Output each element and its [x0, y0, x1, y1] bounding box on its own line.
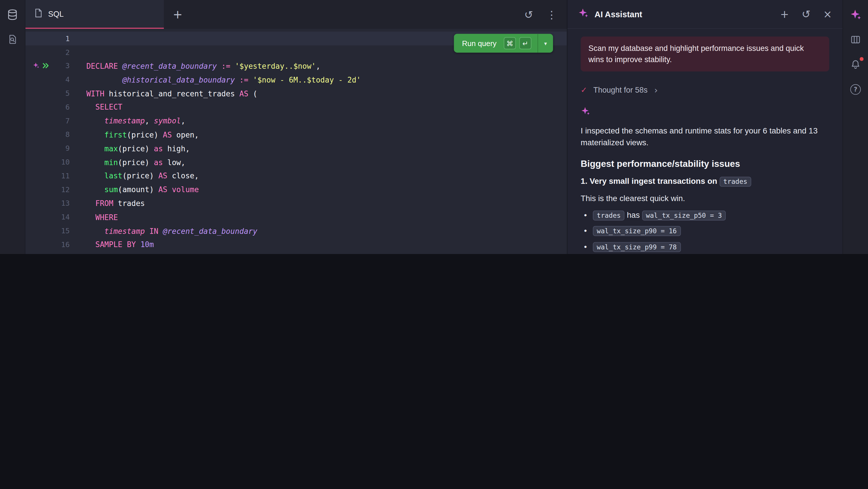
- line-number: 9: [51, 144, 69, 152]
- code-chip: wal_tx_size_p50 = 3: [642, 210, 726, 220]
- ai-assistant-panel: AI Assistant + ↺ × Scan my database and …: [567, 0, 842, 254]
- run-query-button[interactable]: Run query ⌘ ↵ ▾: [454, 34, 553, 52]
- editor-line[interactable]: 4 @historical_data_boundary := '$now - 6…: [26, 73, 567, 87]
- ai-sparkle-icon: [578, 8, 589, 21]
- close-panel-icon[interactable]: ×: [823, 9, 832, 20]
- editor-line[interactable]: 17 UNION ALL: [26, 251, 567, 254]
- main-area: SQL + ↺ ⋮ 123DECLARE @recent_data_bounda…: [26, 0, 567, 254]
- editor-gutter: [26, 62, 51, 70]
- run-query-label: Run query: [454, 39, 504, 48]
- line-number: 15: [51, 227, 69, 235]
- code-line: WITH historical_and_recent_trades AS (: [70, 89, 257, 98]
- line-number: 11: [51, 172, 69, 180]
- editor-line[interactable]: 14 WHERE: [26, 210, 567, 224]
- line-number: 12: [51, 185, 69, 194]
- run-line-icon[interactable]: [42, 62, 49, 69]
- sql-editor[interactable]: 123DECLARE @recent_data_boundary := '$ye…: [26, 29, 567, 254]
- editor-line[interactable]: 15 timestamp IN @recent_data_boundary: [26, 224, 567, 238]
- chevron-right-icon: ›: [654, 85, 658, 95]
- editor-line[interactable]: 5WITH historical_and_recent_trades AS (: [26, 87, 567, 100]
- code-line: DECLARE @recent_data_boundary := '$yeste…: [70, 62, 320, 70]
- chat-history-icon[interactable]: ↺: [802, 9, 810, 20]
- issue-heading: 1. Very small ingest transactions on tra…: [581, 177, 829, 185]
- notifications-bell-icon[interactable]: [848, 57, 863, 71]
- line-number: 4: [51, 75, 69, 84]
- ai-panel-title: AI Assistant: [595, 9, 642, 19]
- database-icon[interactable]: [5, 7, 20, 22]
- run-options-caret-icon[interactable]: ▾: [538, 40, 553, 46]
- section-heading: Biggest performance/stability issues: [581, 158, 829, 169]
- file-icon: [34, 8, 42, 20]
- tab-bar: SQL + ↺ ⋮: [26, 0, 567, 29]
- assistant-list: trades has wal_tx_size_p50 = 3wal_tx_siz…: [581, 209, 829, 253]
- code-line: FROM trades: [70, 199, 145, 208]
- code-line: sum(amount) AS volume: [70, 185, 199, 194]
- code-line: SAMPLE BY 10m: [70, 240, 154, 249]
- check-icon: ✓: [581, 85, 587, 94]
- editor-line[interactable]: 16 SAMPLE BY 10m: [26, 238, 567, 251]
- enter-key-icon: ↵: [519, 37, 531, 49]
- notification-badge: [858, 56, 864, 62]
- code-line: timestamp IN @recent_data_boundary: [70, 226, 257, 235]
- ai-response-sparkle-icon: [581, 106, 829, 118]
- line-number: 16: [51, 240, 69, 249]
- code-chip: trades: [719, 177, 751, 187]
- editor-line[interactable]: 7 timestamp, symbol,: [26, 114, 567, 128]
- kebab-menu-icon[interactable]: ⋮: [547, 9, 557, 20]
- editor-line[interactable]: 8 first(price) AS open,: [26, 128, 567, 142]
- editor-line[interactable]: 10 min(price) as low,: [26, 155, 567, 169]
- line-number: 14: [51, 213, 69, 221]
- list-item: wal_tx_size_p90 = 16: [581, 225, 829, 237]
- line-number: 3: [51, 62, 69, 70]
- line-number: 5: [51, 89, 69, 97]
- ai-assistant-rail-icon[interactable]: [848, 7, 863, 22]
- new-chat-icon[interactable]: +: [780, 9, 789, 20]
- help-icon[interactable]: ?: [848, 82, 863, 96]
- editor-line[interactable]: 6 SELECT: [26, 100, 567, 114]
- editor-line[interactable]: 13 FROM trades: [26, 197, 567, 210]
- code-line: @historical_data_boundary := '$now - 6M.…: [70, 75, 361, 84]
- editor-line[interactable]: 12 sum(amount) AS volume: [26, 183, 567, 197]
- query-search-icon[interactable]: [5, 32, 20, 47]
- user-message: Scan my database and highlight performan…: [581, 36, 829, 71]
- left-sidebar: [0, 0, 26, 254]
- editor-lines: 123DECLARE @recent_data_boundary := '$ye…: [26, 32, 567, 254]
- editor-line[interactable]: 11 last(price) AS close,: [26, 169, 567, 183]
- code-chip: wal_tx_size_p90 = 16: [593, 226, 681, 236]
- line-number: 6: [51, 103, 69, 111]
- code-line: min(price) as low,: [70, 157, 185, 167]
- thought-label: Thought for 58s: [593, 85, 648, 94]
- editor-line[interactable]: 9 max(price) as high,: [26, 142, 567, 155]
- assistant-paragraph: This is the clearest quick win.: [581, 193, 829, 204]
- line-number: 1: [51, 34, 69, 42]
- cmd-key-icon: ⌘: [504, 37, 516, 49]
- right-sidebar: ?: [842, 0, 868, 254]
- query-history-icon[interactable]: ↺: [524, 9, 533, 20]
- code-line: max(price) as high,: [70, 144, 190, 153]
- code-line: first(price) AS open,: [70, 130, 199, 139]
- code-line: timestamp, symbol,: [70, 116, 185, 125]
- editor-line[interactable]: 3DECLARE @recent_data_boundary := '$yest…: [26, 59, 567, 73]
- list-item: trades has wal_tx_size_p50 = 3: [581, 209, 829, 221]
- ai-content: Scan my database and highlight performan…: [567, 29, 842, 254]
- thought-toggle[interactable]: ✓Thought for 58s›: [581, 85, 829, 95]
- new-tab-button[interactable]: +: [164, 0, 191, 29]
- ai-suggestion-icon[interactable]: [33, 62, 39, 70]
- line-number: 8: [51, 131, 69, 139]
- line-number: 2: [51, 48, 69, 56]
- tab-label: SQL: [48, 9, 64, 19]
- ai-panel-header: AI Assistant + ↺ ×: [567, 0, 842, 29]
- code-line: last(price) AS close,: [70, 171, 199, 180]
- code-chip: wal_tx_size_p99 = 78: [593, 242, 681, 252]
- code-line: SELECT: [70, 103, 122, 112]
- code-line: WHERE: [70, 212, 118, 222]
- line-number: 7: [51, 117, 69, 125]
- code-chip: trades: [593, 210, 625, 220]
- code-line: UNION ALL: [70, 254, 136, 254]
- tab-sql[interactable]: SQL: [26, 0, 164, 29]
- line-number: 10: [51, 158, 69, 166]
- questdb-console: SQL + ↺ ⋮ 123DECLARE @recent_data_bounda…: [0, 0, 868, 254]
- assistant-paragraph: I inspected the schemas and runtime stat…: [581, 125, 829, 148]
- create-table-icon[interactable]: [848, 32, 863, 47]
- line-number: 13: [51, 199, 69, 207]
